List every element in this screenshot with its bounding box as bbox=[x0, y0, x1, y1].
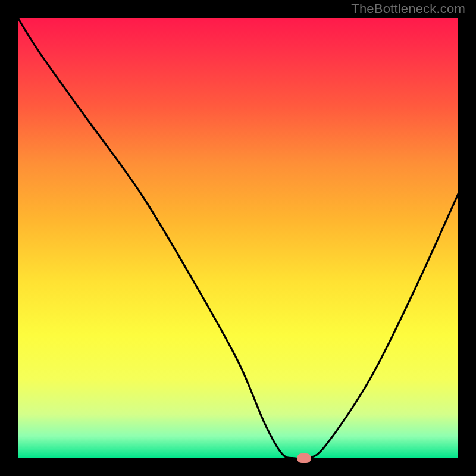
plot-area bbox=[18, 18, 458, 458]
bottleneck-curve bbox=[18, 18, 458, 458]
chart-container: TheBottleneck.com bbox=[0, 0, 476, 476]
attribution-text: TheBottleneck.com bbox=[351, 1, 465, 17]
optimum-marker bbox=[297, 453, 311, 463]
